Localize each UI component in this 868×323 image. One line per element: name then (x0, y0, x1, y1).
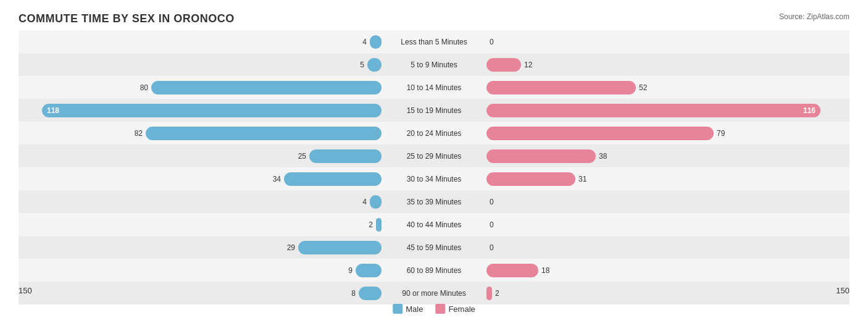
male-value: 29 (287, 243, 295, 252)
table-row: 960 to 89 Minutes18 (19, 259, 849, 282)
male-value: 4 (362, 198, 367, 206)
table-row: 2945 to 59 Minutes0 (19, 236, 849, 259)
row-label: 60 to 89 Minutes (385, 266, 483, 275)
row-label: 20 to 24 Minutes (385, 129, 483, 138)
legend-male: Male (393, 304, 423, 314)
female-legend-box (435, 304, 445, 314)
table-row: 55 to 9 Minutes12 (19, 53, 849, 76)
male-value: 118 (47, 106, 59, 115)
female-value: 38 (599, 152, 607, 161)
male-value: 34 (273, 175, 281, 183)
chart-title: COMMUTE TIME BY SEX IN ORONOCO (19, 12, 849, 25)
axis-right: 150 (836, 286, 849, 295)
female-value: 31 (578, 175, 586, 183)
legend-female: Female (435, 304, 475, 314)
male-value: 9 (348, 266, 353, 275)
male-legend-box (393, 304, 403, 314)
male-value: 82 (135, 129, 143, 138)
table-row: 8010 to 14 Minutes52 (19, 76, 849, 99)
row-label: 90 or more Minutes (385, 289, 483, 298)
row-label: 5 to 9 Minutes (385, 61, 483, 69)
male-value: 4 (362, 38, 367, 46)
legend: Male Female (393, 304, 475, 314)
female-value: 0 (490, 220, 494, 229)
table-row: 435 to 39 Minutes0 (19, 190, 849, 213)
row-label: 30 to 34 Minutes (385, 175, 483, 183)
male-value: 80 (140, 83, 148, 92)
female-value: 52 (639, 83, 647, 92)
female-value: 12 (524, 61, 532, 69)
rows-area: 4Less than 5 Minutes055 to 9 Minutes1280… (19, 30, 849, 304)
male-value: 5 (360, 61, 364, 69)
table-row: 8220 to 24 Minutes79 (19, 122, 849, 145)
table-row: 2525 to 29 Minutes38 (19, 145, 849, 167)
table-row: 890 or more Minutes2 (19, 282, 849, 304)
table-row: 3430 to 34 Minutes31 (19, 167, 849, 190)
female-value: 0 (490, 198, 494, 206)
female-value: 0 (490, 38, 494, 46)
axis-left: 150 (19, 286, 32, 295)
table-row: 4Less than 5 Minutes0 (19, 30, 849, 53)
row-label: 45 to 59 Minutes (385, 243, 483, 252)
row-label: 10 to 14 Minutes (385, 83, 483, 92)
male-value: 8 (351, 289, 356, 298)
male-value: 2 (369, 220, 373, 229)
female-value: 2 (495, 289, 499, 298)
female-value: 79 (717, 129, 725, 138)
female-value: 116 (803, 106, 816, 115)
row-label: 40 to 44 Minutes (385, 220, 483, 229)
male-legend-label: Male (406, 304, 423, 314)
female-value: 0 (490, 243, 494, 252)
female-value: 18 (541, 266, 549, 275)
row-label: 15 to 19 Minutes (385, 106, 483, 115)
table-row: 11815 to 19 Minutes116 (19, 99, 849, 122)
source-text: Source: ZipAtlas.com (779, 12, 849, 21)
row-label: 35 to 39 Minutes (385, 198, 483, 206)
row-label: 25 to 29 Minutes (385, 152, 483, 161)
row-label: Less than 5 Minutes (385, 38, 483, 46)
chart-container: COMMUTE TIME BY SEX IN ORONOCO Source: Z… (0, 0, 868, 323)
female-legend-label: Female (448, 304, 475, 314)
male-value: 25 (298, 152, 306, 161)
table-row: 240 to 44 Minutes0 (19, 213, 849, 236)
